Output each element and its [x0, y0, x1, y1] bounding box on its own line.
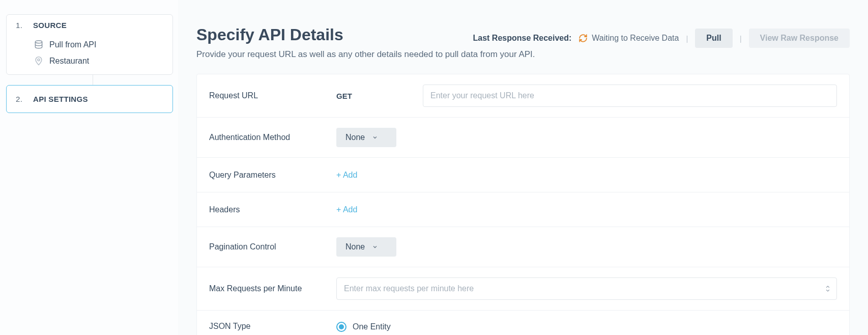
main-header: Specify API Details Last Response Receiv…: [196, 25, 850, 49]
field-label: JSON Type: [209, 322, 336, 331]
api-details-form: Request URL GET Authentication Method No…: [196, 74, 850, 335]
authentication-method-dropdown[interactable]: None: [336, 128, 396, 147]
http-method: GET: [336, 92, 423, 100]
view-raw-response-button: View Raw Response: [749, 29, 850, 48]
field-label: Request URL: [209, 91, 336, 100]
separator: |: [686, 34, 688, 43]
dropdown-value: None: [345, 242, 365, 252]
svg-point-1: [38, 59, 40, 61]
radio-one-entity[interactable]: One Entity: [336, 322, 401, 332]
response-status: Waiting to Receive Data: [578, 34, 679, 43]
location-pin-icon: [33, 56, 44, 66]
separator: |: [740, 34, 742, 43]
pagination-control-dropdown[interactable]: None: [336, 237, 396, 257]
pull-button[interactable]: Pull: [695, 29, 732, 48]
step-label: SOURCE: [33, 21, 67, 30]
svg-point-0: [35, 41, 42, 43]
row-headers: Headers + Add: [197, 192, 849, 227]
field-label: Authentication Method: [209, 133, 336, 142]
row-pagination-control: Pagination Control None: [197, 227, 849, 267]
row-authentication-method: Authentication Method None: [197, 118, 849, 158]
field-label: Pagination Control: [209, 242, 336, 252]
last-response-label: Last Response Received:: [473, 34, 572, 43]
step-source-header[interactable]: 1. SOURCE: [7, 15, 172, 36]
sidebar-item-label: Pull from API: [49, 40, 96, 49]
row-query-parameters: Query Parameters + Add: [197, 158, 849, 192]
field-label: Query Parameters: [209, 171, 336, 180]
step-source-body: Pull from API Restaurant: [7, 36, 172, 74]
row-request-url: Request URL GET: [197, 74, 849, 118]
header-right: Last Response Received: Waiting to Recei…: [473, 25, 850, 48]
chevron-down-icon: [372, 134, 378, 141]
request-url-input[interactable]: [423, 85, 837, 107]
step-number: 2.: [16, 95, 33, 103]
radio-label: One Entity: [353, 322, 391, 331]
page-subtitle: Provide your request URL as well as any …: [196, 49, 850, 60]
sidebar-item-restaurant[interactable]: Restaurant: [7, 53, 172, 69]
add-header-link[interactable]: + Add: [336, 205, 357, 214]
step-label: API SETTINGS: [33, 95, 88, 103]
step-number: 1.: [16, 21, 33, 30]
dropdown-value: None: [345, 133, 365, 142]
row-max-requests: Max Requests per Minute: [197, 267, 849, 311]
radio-icon: [336, 322, 346, 332]
step-api-settings-header[interactable]: 2. API SETTINGS: [7, 86, 172, 113]
row-json-type: JSON Type One Entity Many Entities: [197, 311, 849, 335]
sidebar-item-label: Restaurant: [49, 57, 89, 66]
sidebar: 1. SOURCE Pull from API: [0, 0, 178, 335]
chevron-down-icon: [372, 244, 378, 250]
step-connector: [93, 75, 173, 85]
sidebar-item-pull-from-api[interactable]: Pull from API: [7, 37, 172, 53]
json-type-radio-group: One Entity Many Entities: [336, 322, 401, 335]
page-title: Specify API Details: [196, 25, 343, 44]
add-query-parameter-link[interactable]: + Add: [336, 171, 357, 180]
step-source[interactable]: 1. SOURCE Pull from API: [6, 14, 173, 75]
response-status-text: Waiting to Receive Data: [592, 34, 679, 43]
database-icon: [33, 40, 44, 50]
max-requests-input[interactable]: [344, 278, 824, 299]
max-requests-field[interactable]: [336, 277, 837, 300]
step-api-settings[interactable]: 2. API SETTINGS: [6, 85, 173, 113]
main-content: Specify API Details Last Response Receiv…: [178, 0, 868, 335]
refresh-icon: [578, 34, 588, 43]
field-label: Max Requests per Minute: [209, 284, 336, 293]
field-label: Headers: [209, 205, 336, 214]
number-stepper-icon[interactable]: [824, 284, 831, 293]
